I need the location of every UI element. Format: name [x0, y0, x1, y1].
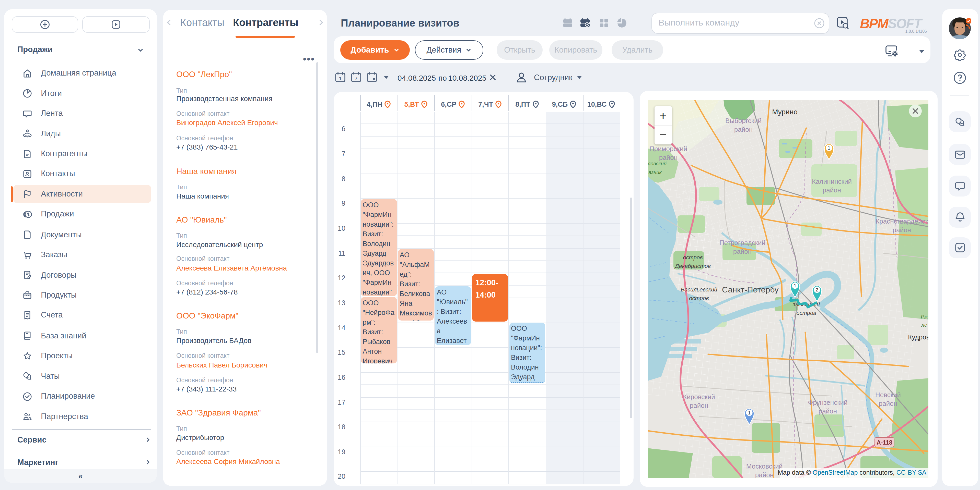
svg-text:А-118: А-118: [877, 439, 892, 446]
svg-text:Фрунзенский: Фрунзенский: [808, 399, 847, 406]
svg-text:2: 2: [816, 287, 818, 292]
svg-text:Московский: Московский: [746, 462, 783, 470]
svg-text:ловский: ловский: [648, 161, 667, 167]
svg-text:Калининский: Калининский: [812, 178, 852, 185]
svg-text:район: район: [755, 471, 773, 478]
svg-text:1: 1: [339, 76, 341, 81]
svg-text:район: район: [690, 402, 708, 409]
svg-text:Декабристов: Декабристов: [674, 263, 711, 269]
svg-text:район: район: [819, 407, 837, 415]
svg-text:ле: ле: [921, 322, 927, 328]
svg-text:район: район: [879, 400, 897, 407]
svg-text:Санкт-Петербу: Санкт-Петербу: [722, 285, 779, 294]
svg-text:Невский: Невский: [875, 391, 901, 399]
svg-text:Кировский: Кировский: [683, 393, 715, 401]
svg-text:Кудрово: Кудрово: [908, 333, 928, 341]
svg-text:район: район: [892, 226, 911, 234]
svg-text:1: 1: [828, 146, 830, 151]
svg-text:Мурино: Мурино: [772, 108, 798, 116]
svg-text:азник: азник: [648, 170, 662, 175]
svg-text:район: район: [733, 247, 752, 255]
svg-text:Выборгский: Выборгский: [725, 117, 762, 125]
svg-text:район: район: [822, 186, 841, 194]
svg-text:1: 1: [794, 283, 796, 289]
svg-text:Приморский: Приморский: [649, 145, 687, 152]
svg-text:район: район: [659, 154, 678, 161]
svg-text:район: район: [734, 125, 752, 133]
svg-text:Рж: Рж: [921, 314, 928, 320]
svg-text:Васильевский: Васильевский: [681, 286, 717, 293]
svg-text:Красногвардейск: Красногвардейск: [875, 217, 928, 225]
svg-text:1: 1: [748, 411, 751, 415]
svg-text:остров: остров: [689, 295, 709, 301]
svg-text:остров: остров: [683, 254, 703, 260]
svg-text:7: 7: [355, 76, 357, 81]
svg-text:остров: остров: [796, 310, 816, 316]
svg-text:Петроградский: Петроградский: [719, 239, 765, 247]
